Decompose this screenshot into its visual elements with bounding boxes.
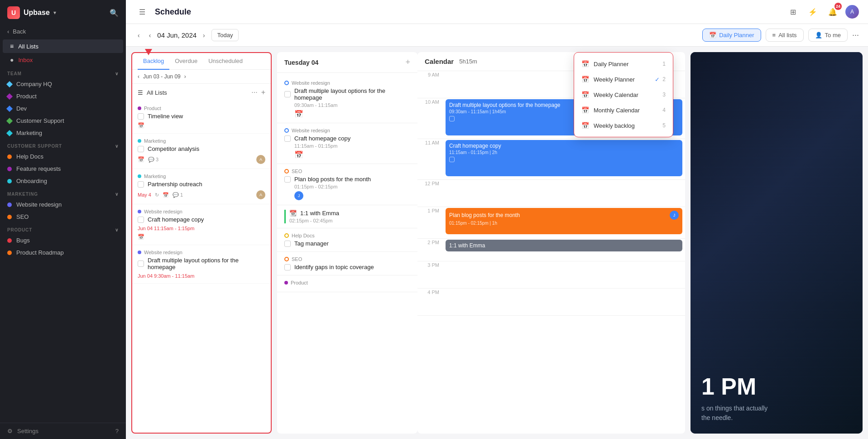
- tuesday-item: SEO Identify gaps in topic coverage: [277, 252, 417, 275]
- time-row: 3 PM: [417, 261, 685, 289]
- chevron-right-icon[interactable]: ›: [184, 73, 186, 80]
- event-checkbox[interactable]: [449, 116, 455, 121]
- all-lists-button[interactable]: ≡ All lists: [766, 29, 804, 42]
- backlog-tab-backlog[interactable]: Backlog: [138, 53, 169, 70]
- time-label: 10 AM: [417, 98, 443, 139]
- next-date-button[interactable]: ›: [200, 30, 208, 41]
- category-dot: [138, 210, 141, 213]
- tuesday-item-category: Website redesign: [284, 80, 410, 86]
- checkbox[interactable]: [284, 241, 291, 247]
- chevron-left-icon[interactable]: ‹: [138, 73, 139, 80]
- dropdown-item-weekly-backlog[interactable]: 📅 Weekly backlog 5: [574, 118, 673, 133]
- sidebar-item-seo[interactable]: SEO: [0, 211, 126, 223]
- notification-bell[interactable]: 🔔 24: [825, 5, 840, 19]
- tuesday-item-category: SEO: [284, 169, 410, 174]
- avatar[interactable]: A: [845, 5, 859, 19]
- sidebar-all-lists[interactable]: ≡ All Lists: [3, 39, 123, 53]
- backlog-item: Marketing Partnership outreach May 4 ↻ 📅…: [132, 169, 271, 204]
- dot-icon: [7, 203, 12, 207]
- tuesday-item-category: Help Docs: [284, 233, 410, 238]
- calendar-event[interactable]: Craft homepage copy 11:15am - 01:15pm | …: [446, 140, 682, 176]
- bolt-icon[interactable]: ⚡: [806, 5, 820, 19]
- prev-date-button[interactable]: ‹: [146, 30, 154, 41]
- backlog-item-meta: Jun 04 9:30am - 11:15am: [138, 273, 265, 279]
- menu-icon[interactable]: ☰: [135, 5, 149, 19]
- user-icon: 👤: [815, 32, 822, 39]
- time-row: 1 PM Plan blog posts for the month J 01:…: [417, 207, 685, 239]
- sidebar-item-onboarding[interactable]: Onboarding: [0, 175, 126, 187]
- checkbox[interactable]: [138, 146, 144, 152]
- tuesday-item-title: Draft multiple layout options for the ho…: [284, 87, 410, 101]
- prev-nav-button[interactable]: ‹: [135, 30, 143, 41]
- sidebar-item-feature-requests[interactable]: Feature requests: [0, 163, 126, 175]
- checkbox[interactable]: [284, 176, 291, 183]
- backlog-item-category: Marketing: [138, 138, 265, 144]
- tuesday-item: Product: [277, 275, 417, 292]
- sidebar-item-bugs[interactable]: Bugs: [0, 234, 126, 246]
- tuesday-item-category: Website redesign: [284, 128, 410, 133]
- tuesday-item: Website redesign Craft homepage copy 11:…: [277, 123, 417, 164]
- current-date: 04 Jun, 2024: [157, 31, 197, 39]
- sidebar-item-dev[interactable]: Dev: [0, 102, 126, 115]
- app-name[interactable]: Upbase: [24, 9, 50, 17]
- dropdown-item-monthly-calendar[interactable]: 📅 Monthly Calendar 4: [574, 102, 673, 118]
- customer-support-section-header: CUSTOMER SUPPORT ∨: [0, 139, 126, 150]
- time-content: Craft homepage copy 11:15am - 01:15pm | …: [443, 139, 685, 179]
- circle-icon: [284, 257, 289, 261]
- sidebar-item-product-roadmap[interactable]: Product Roadmap: [0, 246, 126, 259]
- product-toggle[interactable]: ∨: [115, 227, 119, 232]
- daily-planner-button[interactable]: 📅 Daily Planner: [702, 29, 761, 42]
- dropdown-item-weekly-calendar[interactable]: 📅 Weekly Calendar 3: [574, 87, 673, 102]
- team-section-toggle[interactable]: ∨: [115, 71, 119, 76]
- today-button[interactable]: Today: [211, 29, 239, 41]
- checkbox[interactable]: [138, 217, 144, 223]
- checkbox[interactable]: [138, 181, 144, 188]
- backlog-tab-overdue[interactable]: Overdue: [169, 53, 203, 70]
- time-content: [443, 180, 685, 207]
- backlog-tab-unscheduled[interactable]: Unscheduled: [203, 53, 248, 70]
- diamond-icon: [6, 117, 13, 124]
- add-icon[interactable]: +: [261, 88, 265, 96]
- time-label: 11 AM: [417, 139, 443, 179]
- checkbox[interactable]: [284, 135, 291, 142]
- sidebar-item-customer-support[interactable]: Customer Support: [0, 115, 126, 127]
- check-icon: ✓: [655, 76, 660, 83]
- checkbox[interactable]: [284, 91, 291, 97]
- calendar-icon: 📅: [163, 192, 169, 198]
- schedule-right: 📅 Daily Planner ≡ All lists 👤 To me ···: [702, 29, 859, 42]
- sidebar-inbox[interactable]: ● Inbox: [3, 53, 123, 67]
- calendar-event[interactable]: Plan blog posts for the month J 01:15pm …: [446, 208, 682, 234]
- checkbox[interactable]: [138, 261, 144, 267]
- sidebar-item-help-docs[interactable]: Help Docs: [0, 150, 126, 163]
- settings-footer[interactable]: ⚙ Settings ?: [0, 423, 126, 439]
- sidebar-item-company-hq[interactable]: Company HQ: [0, 78, 126, 90]
- category-dot: [138, 139, 141, 143]
- customer-support-toggle[interactable]: ∨: [115, 144, 119, 149]
- dot-icon: [7, 215, 12, 219]
- back-button[interactable]: ‹ Back: [0, 25, 126, 39]
- backlog-item-meta: Jun 04 11:15am - 1:15pm: [138, 226, 265, 231]
- sidebar-item-website-redesign[interactable]: Website redesign: [0, 198, 126, 211]
- calendar-event[interactable]: 1:1 with Emma: [446, 240, 682, 251]
- grid-icon[interactable]: ⊞: [786, 5, 800, 19]
- tuesday-item-category: SEO: [284, 256, 410, 262]
- tuesday-title: Tuesday 04: [284, 59, 318, 66]
- search-icon[interactable]: 🔍: [110, 9, 119, 17]
- marketing-toggle[interactable]: ∨: [115, 192, 119, 197]
- backlog-item-title: Partnership outreach: [138, 181, 265, 188]
- add-tuesday-button[interactable]: +: [405, 58, 410, 67]
- checkbox[interactable]: [138, 113, 144, 120]
- circle-icon: [284, 128, 289, 133]
- dropdown-item-weekly-planner[interactable]: 📅 Weekly Planner ✓ 2: [574, 72, 673, 87]
- calendar-duration: 5h15m: [459, 58, 477, 65]
- sidebar-item-product[interactable]: Product: [0, 90, 126, 102]
- dropdown-item-daily-planner[interactable]: 📅 Daily Planner 1: [574, 56, 673, 72]
- more-icon[interactable]: ···: [251, 88, 257, 96]
- checkbox[interactable]: [284, 264, 291, 270]
- to-me-button[interactable]: 👤 To me: [808, 29, 848, 42]
- topbar: ☰ Schedule ⊞ ⚡ 🔔 24 A: [126, 0, 868, 24]
- time-content: [443, 261, 685, 288]
- event-checkbox[interactable]: [449, 157, 455, 162]
- more-options-icon[interactable]: ···: [852, 30, 859, 40]
- sidebar-item-marketing[interactable]: Marketing: [0, 127, 126, 139]
